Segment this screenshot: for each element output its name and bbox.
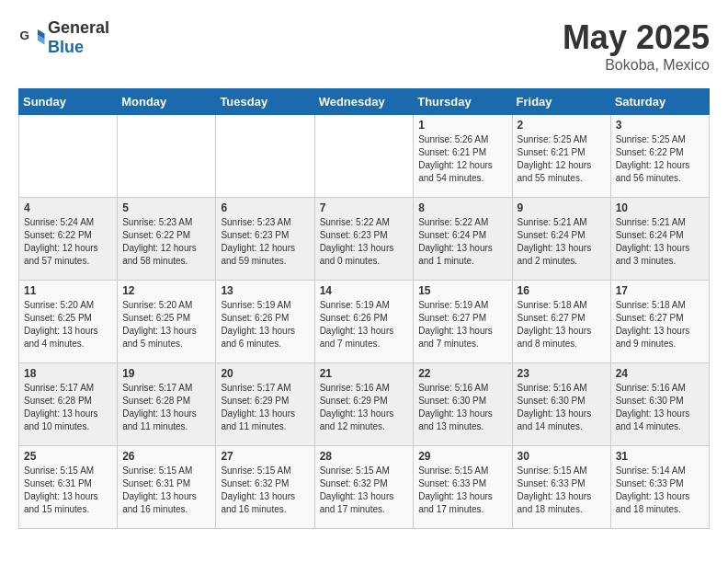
day-info: Sunrise: 5:17 AM Sunset: 6:28 PM Dayligh… <box>24 382 112 433</box>
day-info: Sunrise: 5:18 AM Sunset: 6:27 PM Dayligh… <box>518 299 606 350</box>
calendar-cell: 1Sunrise: 5:26 AM Sunset: 6:21 PM Daylig… <box>414 115 512 198</box>
day-info: Sunrise: 5:24 AM Sunset: 6:22 PM Dayligh… <box>24 216 112 268</box>
day-info: Sunrise: 5:15 AM Sunset: 6:33 PM Dayligh… <box>418 465 506 516</box>
calendar-cell: 19Sunrise: 5:17 AM Sunset: 6:28 PM Dayli… <box>118 363 216 446</box>
logo: G General Blue <box>18 18 109 57</box>
calendar-cell: 18Sunrise: 5:17 AM Sunset: 6:28 PM Dayli… <box>19 363 118 446</box>
day-number: 8 <box>418 201 506 214</box>
day-info: Sunrise: 5:15 AM Sunset: 6:31 PM Dayligh… <box>24 465 112 516</box>
day-number: 9 <box>518 201 606 214</box>
calendar-cell: 7Sunrise: 5:22 AM Sunset: 6:23 PM Daylig… <box>314 198 414 281</box>
day-info: Sunrise: 5:21 AM Sunset: 6:24 PM Dayligh… <box>518 216 606 268</box>
day-number: 15 <box>418 284 506 297</box>
day-info: Sunrise: 5:15 AM Sunset: 6:33 PM Dayligh… <box>518 465 606 516</box>
calendar-cell: 25Sunrise: 5:15 AM Sunset: 6:31 PM Dayli… <box>19 446 118 529</box>
day-number: 12 <box>122 284 210 297</box>
day-number: 1 <box>418 119 506 132</box>
calendar-cell: 11Sunrise: 5:20 AM Sunset: 6:25 PM Dayli… <box>19 281 118 363</box>
day-number: 14 <box>320 284 409 297</box>
day-info: Sunrise: 5:16 AM Sunset: 6:29 PM Dayligh… <box>320 382 409 433</box>
location: Bokoba, Mexico <box>563 57 710 74</box>
day-number: 30 <box>518 450 606 463</box>
day-info: Sunrise: 5:14 AM Sunset: 6:33 PM Dayligh… <box>616 465 704 516</box>
day-info: Sunrise: 5:25 AM Sunset: 6:21 PM Dayligh… <box>518 133 606 185</box>
day-info: Sunrise: 5:16 AM Sunset: 6:30 PM Dayligh… <box>418 382 506 433</box>
calendar-table: SundayMondayTuesdayWednesdayThursdayFrid… <box>18 88 710 529</box>
day-number: 11 <box>24 284 112 297</box>
day-info: Sunrise: 5:17 AM Sunset: 6:28 PM Dayligh… <box>122 382 210 433</box>
calendar-cell <box>19 115 118 198</box>
calendar-cell: 23Sunrise: 5:16 AM Sunset: 6:30 PM Dayli… <box>512 363 610 446</box>
day-number: 7 <box>320 201 409 214</box>
day-header-friday: Friday <box>512 89 610 115</box>
day-number: 31 <box>616 450 704 463</box>
calendar-cell: 31Sunrise: 5:14 AM Sunset: 6:33 PM Dayli… <box>610 446 709 529</box>
day-number: 23 <box>518 367 606 380</box>
day-info: Sunrise: 5:20 AM Sunset: 6:25 PM Dayligh… <box>24 299 112 350</box>
day-info: Sunrise: 5:23 AM Sunset: 6:22 PM Dayligh… <box>122 216 210 268</box>
day-number: 26 <box>122 450 210 463</box>
calendar-cell <box>216 115 314 198</box>
calendar-cell: 6Sunrise: 5:23 AM Sunset: 6:23 PM Daylig… <box>216 198 314 281</box>
day-number: 28 <box>320 450 409 463</box>
logo-general: General <box>48 18 109 37</box>
day-info: Sunrise: 5:17 AM Sunset: 6:29 PM Dayligh… <box>221 382 309 433</box>
day-info: Sunrise: 5:18 AM Sunset: 6:27 PM Dayligh… <box>616 299 704 350</box>
day-number: 29 <box>418 450 506 463</box>
calendar-cell: 14Sunrise: 5:19 AM Sunset: 6:26 PM Dayli… <box>314 281 414 363</box>
day-number: 6 <box>221 201 309 214</box>
title-block: May 2025 Bokoba, Mexico <box>563 18 710 74</box>
day-info: Sunrise: 5:16 AM Sunset: 6:30 PM Dayligh… <box>616 382 704 433</box>
calendar-cell: 13Sunrise: 5:19 AM Sunset: 6:26 PM Dayli… <box>216 281 314 363</box>
calendar-cell <box>118 115 216 198</box>
calendar-cell: 30Sunrise: 5:15 AM Sunset: 6:33 PM Dayli… <box>512 446 610 529</box>
day-number: 19 <box>122 367 210 380</box>
day-header-saturday: Saturday <box>610 89 709 115</box>
calendar-cell: 26Sunrise: 5:15 AM Sunset: 6:31 PM Dayli… <box>118 446 216 529</box>
day-info: Sunrise: 5:16 AM Sunset: 6:30 PM Dayligh… <box>518 382 606 433</box>
day-info: Sunrise: 5:19 AM Sunset: 6:27 PM Dayligh… <box>418 299 506 350</box>
day-header-thursday: Thursday <box>414 89 512 115</box>
day-info: Sunrise: 5:21 AM Sunset: 6:24 PM Dayligh… <box>616 216 704 268</box>
logo-icon: G <box>18 24 46 52</box>
logo-text: General Blue <box>48 18 109 57</box>
day-number: 3 <box>616 119 704 132</box>
day-number: 4 <box>24 201 112 214</box>
day-number: 10 <box>616 201 704 214</box>
day-header-sunday: Sunday <box>19 89 118 115</box>
calendar-cell: 17Sunrise: 5:18 AM Sunset: 6:27 PM Dayli… <box>610 281 709 363</box>
day-info: Sunrise: 5:20 AM Sunset: 6:25 PM Dayligh… <box>122 299 210 350</box>
day-number: 2 <box>518 119 606 132</box>
calendar-cell: 28Sunrise: 5:15 AM Sunset: 6:32 PM Dayli… <box>314 446 414 529</box>
calendar-cell: 29Sunrise: 5:15 AM Sunset: 6:33 PM Dayli… <box>414 446 512 529</box>
month-year: May 2025 <box>563 18 710 57</box>
day-number: 13 <box>221 284 309 297</box>
calendar-cell: 9Sunrise: 5:21 AM Sunset: 6:24 PM Daylig… <box>512 198 610 281</box>
calendar-cell: 16Sunrise: 5:18 AM Sunset: 6:27 PM Dayli… <box>512 281 610 363</box>
svg-text:G: G <box>20 29 30 42</box>
day-number: 17 <box>616 284 704 297</box>
logo-blue: Blue <box>48 38 84 56</box>
day-number: 5 <box>122 201 210 214</box>
day-info: Sunrise: 5:19 AM Sunset: 6:26 PM Dayligh… <box>320 299 409 350</box>
page-header: G General Blue May 2025 Bokoba, Mexico <box>18 18 710 74</box>
day-number: 20 <box>221 367 309 380</box>
calendar-cell: 20Sunrise: 5:17 AM Sunset: 6:29 PM Dayli… <box>216 363 314 446</box>
calendar-cell: 27Sunrise: 5:15 AM Sunset: 6:32 PM Dayli… <box>216 446 314 529</box>
day-info: Sunrise: 5:26 AM Sunset: 6:21 PM Dayligh… <box>418 133 506 185</box>
day-header-monday: Monday <box>118 89 216 115</box>
day-number: 21 <box>320 367 409 380</box>
calendar-cell: 10Sunrise: 5:21 AM Sunset: 6:24 PM Dayli… <box>610 198 709 281</box>
day-info: Sunrise: 5:22 AM Sunset: 6:23 PM Dayligh… <box>320 216 409 268</box>
day-number: 24 <box>616 367 704 380</box>
day-number: 18 <box>24 367 112 380</box>
calendar-cell: 22Sunrise: 5:16 AM Sunset: 6:30 PM Dayli… <box>414 363 512 446</box>
day-number: 22 <box>418 367 506 380</box>
calendar-cell <box>314 115 414 198</box>
calendar-cell: 12Sunrise: 5:20 AM Sunset: 6:25 PM Dayli… <box>118 281 216 363</box>
day-header-tuesday: Tuesday <box>216 89 314 115</box>
calendar-cell: 21Sunrise: 5:16 AM Sunset: 6:29 PM Dayli… <box>314 363 414 446</box>
day-info: Sunrise: 5:15 AM Sunset: 6:31 PM Dayligh… <box>122 465 210 516</box>
day-header-wednesday: Wednesday <box>314 89 414 115</box>
calendar-cell: 15Sunrise: 5:19 AM Sunset: 6:27 PM Dayli… <box>414 281 512 363</box>
